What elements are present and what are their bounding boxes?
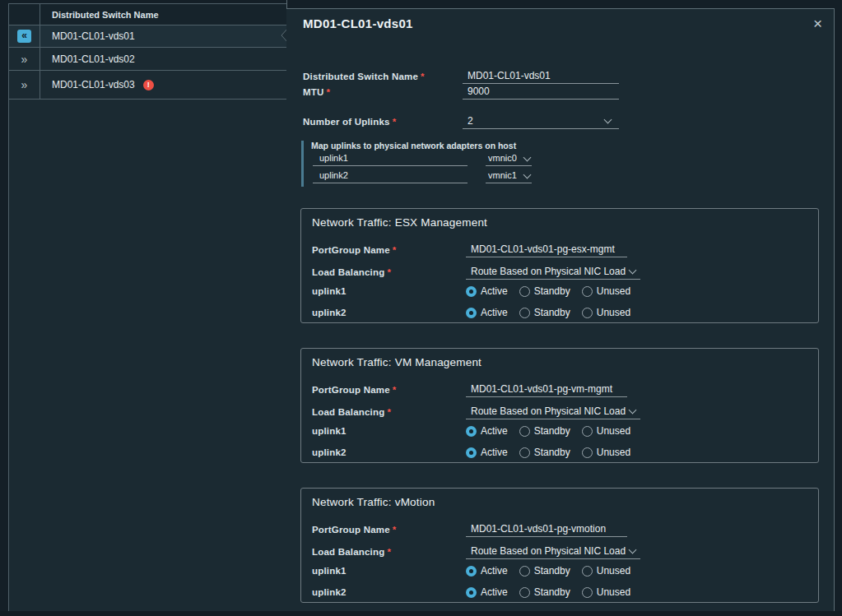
radio-selected-icon[interactable] — [466, 426, 477, 437]
mtu-input[interactable]: 9000 — [463, 84, 619, 100]
expand-icon: » — [21, 78, 28, 91]
radio-icon[interactable] — [582, 587, 593, 598]
uplink2-name-input[interactable]: uplink2 — [313, 169, 468, 183]
label-text: PortGroup Name — [312, 245, 390, 255]
column-header-switch-name: Distributed Switch Name — [40, 10, 159, 20]
radio-option-active[interactable]: Active — [466, 307, 508, 318]
loadbalancing-select[interactable]: Route Based on Physical NIC Load — [466, 544, 640, 559]
switch-name-input[interactable]: MD01-CL01-vds01 — [463, 68, 619, 84]
required-marker: * — [393, 245, 397, 255]
radio-label: Standby — [534, 285, 570, 297]
chevron-down-icon — [523, 171, 532, 179]
close-icon[interactable]: × — [813, 16, 822, 32]
radio-option-standby[interactable]: Standby — [519, 425, 570, 437]
radio-label: Unused — [597, 307, 630, 318]
section-title: Network Traffic: ESX Management — [312, 216, 487, 229]
required-marker: * — [387, 267, 391, 277]
radio-icon[interactable] — [582, 566, 593, 577]
expand-row-button[interactable]: » — [21, 53, 28, 65]
radio-icon[interactable] — [582, 286, 593, 297]
table-row[interactable]: « MD01-CL01-vds01 — [9, 25, 286, 48]
switch-name-cell: MD01-CL01-vds03 ! — [40, 79, 154, 90]
radio-option-standby[interactable]: Standby — [519, 447, 570, 458]
collapse-row-button[interactable]: « — [17, 30, 31, 43]
required-marker: * — [327, 87, 331, 97]
radio-icon[interactable] — [582, 447, 593, 458]
radio-option-standby[interactable]: Standby — [519, 565, 570, 577]
selected-value: vmnic1 — [488, 170, 517, 180]
uplink2-policy-row: uplink2 Active Standby Unused — [312, 304, 807, 321]
radio-selected-icon[interactable] — [466, 566, 477, 577]
radio-option-unused[interactable]: Unused — [582, 447, 630, 458]
radio-option-active[interactable]: Active — [466, 586, 508, 598]
label-text: PortGroup Name — [312, 525, 390, 535]
radio-selected-icon[interactable] — [466, 447, 477, 458]
radio-label: Standby — [534, 565, 570, 577]
radio-option-unused[interactable]: Unused — [582, 586, 630, 598]
radio-option-unused[interactable]: Unused — [582, 285, 630, 297]
switch-name-cell: MD01-CL01-vds01 — [40, 30, 135, 42]
portgroup-name-input[interactable]: MD01-CL01-vds01-pg-esx-mgmt — [466, 242, 627, 257]
portgroup-label: PortGroup Name* — [312, 525, 397, 535]
uplink2-adapter-select[interactable]: vmnic1 — [486, 169, 532, 183]
table-row[interactable]: » MD01-CL01-vds03 ! — [9, 71, 286, 100]
network-traffic-section-vmotion: Network Traffic: vMotion PortGroup Name*… — [300, 488, 819, 603]
radio-option-active[interactable]: Active — [466, 447, 508, 458]
radio-option-active[interactable]: Active — [466, 425, 508, 437]
radio-icon[interactable] — [519, 426, 530, 437]
radio-selected-icon[interactable] — [466, 587, 477, 598]
radio-option-active[interactable]: Active — [466, 285, 508, 297]
expand-row-button[interactable]: » — [21, 79, 28, 90]
label-text: PortGroup Name — [312, 385, 390, 395]
expander-cell: « — [9, 25, 40, 47]
uplink1-radio-group: Active Standby Unused — [466, 563, 630, 579]
radio-icon[interactable] — [519, 308, 530, 318]
required-marker: * — [393, 525, 397, 535]
portgroup-row: PortGroup Name* MD01-CL01-vds01-pg-esx-m… — [312, 242, 807, 258]
uplink2-radio-group: Active Standby Unused — [466, 584, 630, 600]
radio-option-unused[interactable]: Unused — [582, 425, 630, 437]
uplink-map-row: uplink2 vmnic1 — [311, 168, 565, 185]
error-icon: ! — [143, 80, 154, 90]
radio-selected-icon[interactable] — [466, 286, 477, 297]
loadbalancing-select[interactable]: Route Based on Physical NIC Load — [466, 404, 640, 419]
radio-label: Active — [481, 447, 508, 458]
num-uplinks-select[interactable]: 2 — [463, 113, 619, 129]
uplink1-name-input[interactable]: uplink1 — [313, 152, 468, 166]
radio-icon[interactable] — [519, 286, 530, 297]
uplink1-label: uplink1 — [312, 286, 347, 296]
loadbalancing-select[interactable]: Route Based on Physical NIC Load — [466, 264, 640, 280]
uplink1-radio-group: Active Standby Unused — [466, 423, 630, 439]
radio-icon[interactable] — [582, 426, 593, 437]
label-text: Load Balancing — [312, 407, 384, 417]
radio-option-active[interactable]: Active — [466, 565, 508, 577]
switch-detail-panel: MD01-CL01-vds01 × Distributed Switch Nam… — [286, 8, 835, 616]
required-marker: * — [387, 547, 391, 557]
portgroup-name-input[interactable]: MD01-CL01-vds01-pg-vm-mgmt — [466, 382, 627, 397]
expander-cell: » — [9, 71, 40, 99]
uplink1-adapter-select[interactable]: vmnic0 — [486, 152, 532, 166]
field-row-switch-name: Distributed Switch Name* MD01-CL01-vds01 — [303, 68, 817, 85]
radio-icon[interactable] — [519, 566, 530, 577]
radio-option-standby[interactable]: Standby — [519, 586, 570, 598]
radio-label: Standby — [534, 307, 570, 318]
loadbalancing-row: Load Balancing* Route Based on Physical … — [312, 264, 807, 280]
radio-label: Active — [481, 285, 508, 297]
radio-icon[interactable] — [582, 308, 593, 318]
portgroup-name-input[interactable]: MD01-CL01-vds01-pg-vmotion — [466, 521, 627, 537]
radio-option-unused[interactable]: Unused — [582, 307, 630, 318]
uplink-mapping-heading: Map uplinks to physical network adapters… — [311, 141, 565, 151]
radio-option-standby[interactable]: Standby — [519, 285, 570, 297]
chevron-down-icon — [629, 406, 637, 415]
radio-label: Standby — [534, 425, 570, 437]
label-text: Number of Uplinks — [303, 117, 390, 127]
radio-selected-icon[interactable] — [466, 308, 477, 318]
switch-name-cell: MD01-CL01-vds02 — [40, 53, 135, 65]
table-row[interactable]: » MD01-CL01-vds02 — [9, 48, 286, 71]
radio-icon[interactable] — [519, 587, 530, 598]
required-marker: * — [393, 385, 397, 395]
radio-option-standby[interactable]: Standby — [519, 307, 570, 318]
network-traffic-section-vm-mgmt: Network Traffic: VM Management PortGroup… — [300, 348, 819, 463]
radio-icon[interactable] — [519, 447, 530, 458]
radio-option-unused[interactable]: Unused — [582, 565, 630, 577]
